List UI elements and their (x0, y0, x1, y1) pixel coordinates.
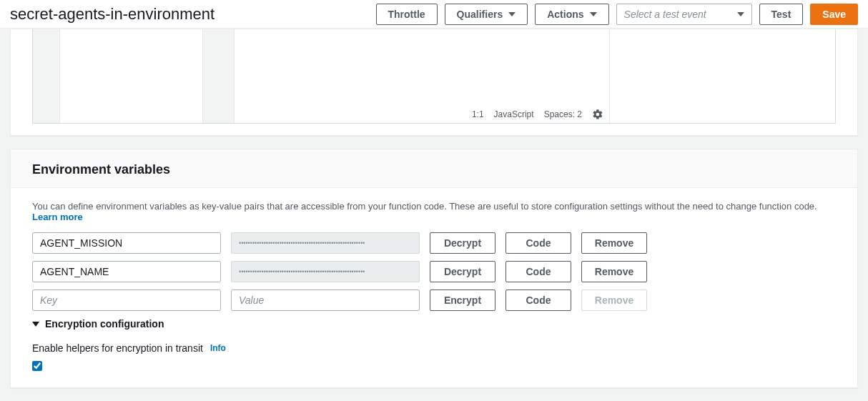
env-panel-header: Environment variables (11, 149, 857, 188)
test-label: Test (771, 9, 791, 20)
env-variables-panel: Environment variables You can define env… (10, 149, 858, 388)
env-panel-body: You can define environment variables as … (11, 188, 857, 387)
env-key-input[interactable] (32, 289, 221, 311)
qualifiers-label: Qualifiers (457, 9, 503, 20)
decrypt-button[interactable]: Decrypt (430, 261, 495, 282)
actions-dropdown[interactable]: Actions (535, 4, 608, 25)
learn-more-link[interactable]: Learn more (32, 212, 83, 222)
code-editor[interactable]: 1:1 JavaScript Spaces: 2 (32, 29, 836, 124)
env-key-input[interactable] (32, 261, 221, 282)
chevron-down-icon (32, 322, 39, 327)
gear-icon[interactable] (592, 109, 603, 120)
editor-status-bar: 1:1 JavaScript Spaces: 2 (472, 109, 603, 120)
throttle-label: Throttle (388, 9, 425, 20)
remove-button[interactable]: Remove (581, 232, 647, 254)
enable-helpers-checkbox-wrap (32, 361, 836, 373)
throttle-button[interactable]: Throttle (376, 4, 438, 25)
code-button[interactable]: Code (505, 289, 571, 311)
actions-label: Actions (547, 9, 583, 20)
cursor-position[interactable]: 1:1 (472, 109, 484, 119)
env-value-input[interactable] (231, 289, 420, 311)
spaces-setting[interactable]: Spaces: 2 (544, 109, 582, 119)
enable-helpers-label-row: Enable helpers for encryption in transit… (32, 342, 836, 354)
encrypt-button[interactable]: Encrypt (430, 289, 495, 311)
header-bar: secret-agents-in-environment Throttle Qu… (0, 0, 868, 29)
save-label: Save (822, 9, 846, 20)
remove-button-disabled: Remove (581, 289, 647, 311)
env-row: Decrypt Code Remove (32, 261, 836, 282)
page-title: secret-agents-in-environment (10, 5, 376, 24)
decrypt-button[interactable]: Decrypt (430, 232, 495, 254)
editor-gutter (203, 29, 235, 123)
info-link[interactable]: Info (210, 343, 226, 353)
encryption-config-toggle[interactable]: Encryption configuration (32, 318, 836, 330)
test-event-placeholder: Select a test event (624, 9, 706, 20)
env-panel-title: Environment variables (32, 162, 836, 177)
remove-button[interactable]: Remove (581, 261, 647, 282)
env-value-input-masked[interactable] (231, 261, 420, 282)
chevron-down-icon (508, 12, 516, 16)
encryption-config-section: Encryption configuration Enable helpers … (32, 318, 836, 373)
env-row: Decrypt Code Remove (32, 232, 836, 254)
editor-activity-bar[interactable] (33, 29, 60, 123)
editor-right-pane[interactable] (609, 29, 835, 123)
chevron-down-icon (737, 12, 744, 16)
env-key-input[interactable] (32, 232, 221, 254)
enable-helpers-checkbox[interactable] (32, 361, 42, 371)
test-button[interactable]: Test (759, 4, 804, 25)
editor-text-area[interactable]: 1:1 JavaScript Spaces: 2 (235, 29, 609, 123)
enable-helpers-label: Enable helpers for encryption in transit (32, 342, 203, 354)
content-wrap: 1:1 JavaScript Spaces: 2 Environment var… (0, 29, 868, 388)
env-description: You can define environment variables as … (32, 201, 836, 222)
code-editor-panel: 1:1 JavaScript Spaces: 2 (10, 29, 858, 136)
code-button[interactable]: Code (505, 232, 571, 254)
test-event-select[interactable]: Select a test event (616, 4, 752, 25)
save-button[interactable]: Save (810, 4, 858, 25)
language-mode[interactable]: JavaScript (494, 109, 534, 119)
env-value-input-masked[interactable] (231, 232, 420, 254)
env-row-empty: Encrypt Code Remove (32, 289, 836, 311)
encryption-config-label: Encryption configuration (45, 318, 164, 330)
code-button[interactable]: Code (505, 261, 571, 282)
qualifiers-dropdown[interactable]: Qualifiers (445, 4, 528, 25)
chevron-down-icon (590, 12, 597, 16)
editor-file-tree[interactable] (60, 29, 203, 123)
header-actions: Throttle Qualifiers Actions Select a tes… (376, 4, 859, 25)
